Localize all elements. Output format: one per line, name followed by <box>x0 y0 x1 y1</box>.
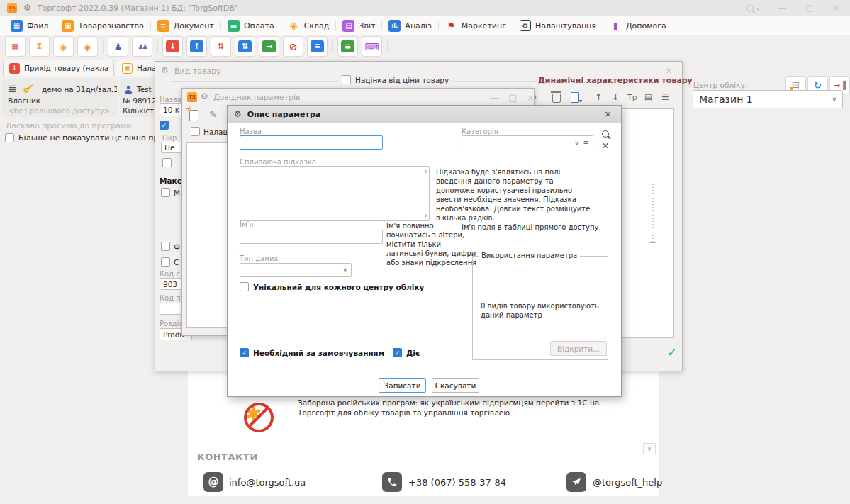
user-card: Test № 98912 Кількіст <box>120 78 155 117</box>
clear-icon[interactable]: × <box>601 140 610 151</box>
grid-view-icon[interactable]: ▤ <box>644 92 652 102</box>
type-dropdown[interactable]: ∨ <box>240 263 352 277</box>
stock-button[interactable]: ◈ <box>53 36 74 57</box>
f-checkbox[interactable] <box>161 242 170 251</box>
report-doc-button[interactable]: ≡ <box>337 36 358 57</box>
menu-analysis[interactable]: ıl.Аналіз <box>384 20 436 32</box>
left-checkbox[interactable]: ✓ <box>160 121 169 130</box>
scroll-down-button[interactable]: ∨ <box>643 443 656 454</box>
list-view-icon[interactable]: ☰ <box>661 92 669 102</box>
stock-analysis-button[interactable]: ◈ <box>77 36 98 57</box>
unique-checkbox[interactable] <box>240 282 249 291</box>
text-format-icon[interactable]: Tp <box>627 93 637 102</box>
menu-goods[interactable]: ▣Товарознавство <box>57 20 148 32</box>
markup-checkbox[interactable] <box>342 75 351 84</box>
outcome-button[interactable]: ↑ <box>186 36 207 57</box>
category-dropdown[interactable]: ∨ ≣ <box>462 135 593 150</box>
minimize-icon[interactable]: — <box>490 92 499 103</box>
contact-phone[interactable]: +38 (067) 558-37-84 <box>408 477 506 488</box>
menu-settings[interactable]: ⚙Налаштування <box>515 20 601 31</box>
writeoff-button[interactable]: ⊘ <box>283 36 303 57</box>
user-name: Test <box>137 85 152 94</box>
add-icon[interactable] <box>189 110 198 124</box>
minimize-button[interactable]: — <box>778 3 787 13</box>
client-button[interactable]: ♟ <box>108 36 128 57</box>
chevron-down-icon: ∨ <box>574 140 579 147</box>
menu-marketing[interactable]: ⚑Маркетинг <box>440 20 511 32</box>
nazva-input[interactable] <box>240 135 383 150</box>
search-icon[interactable]: ∨ <box>746 3 760 13</box>
panel-button[interactable]: ☰ <box>307 36 328 57</box>
calendar-button[interactable]: ▦ <box>5 36 26 57</box>
panel-icon: ☰ <box>311 40 324 52</box>
required-checkbox-row[interactable]: ✓ Необхідний за замовчуванням <box>240 348 384 357</box>
menu-payment[interactable]: ▬Оплата <box>223 20 279 32</box>
m-checkbox[interactable] <box>161 188 170 197</box>
active-checkbox-row[interactable]: ✓ Діє <box>393 348 420 357</box>
maximize-button[interactable]: □ <box>805 3 813 13</box>
menu-help[interactable]: ▮Допомога <box>605 20 671 32</box>
s-checkbox[interactable] <box>161 257 170 267</box>
sum-button[interactable]: Σ <box>29 36 50 57</box>
close-icon[interactable]: × <box>527 92 535 103</box>
scroll-down-icon[interactable]: ∨ <box>424 213 427 218</box>
movement-button[interactable]: ⇅ <box>235 36 255 57</box>
move-down-icon[interactable]: ↓ <box>612 92 619 102</box>
tooltip-textarea[interactable]: ∧ ∨ <box>240 166 430 221</box>
menu-document[interactable]: ≡Документ <box>152 20 219 32</box>
save-button[interactable]: Записати <box>379 378 426 393</box>
markup-checkbox-row[interactable]: Націнка від ціни товару <box>338 75 452 84</box>
settings-checkbox-row[interactable]: Налашту <box>191 127 228 136</box>
cb-row[interactable]: Ф <box>161 242 180 251</box>
search-icon[interactable] <box>602 126 609 140</box>
active-checkbox[interactable]: ✓ <box>393 348 402 357</box>
cancel-button[interactable]: Скасувати <box>432 378 479 393</box>
copy-icon[interactable]: ▾ <box>571 92 582 106</box>
contact-telegram[interactable]: @torgsoft_help <box>593 477 662 488</box>
account-center-select[interactable]: Магазин 1 ∨ <box>693 90 843 108</box>
welcome-checkbox-row[interactable]: Більше не показувати це вікно при вході … <box>5 133 155 142</box>
database-icon: ≣ <box>8 82 17 95</box>
news-image[interactable]: ✱ <box>225 398 293 437</box>
main-toolbar: ▦ Σ ◈ ◈ ♟ ♟♟ ↓ ↑ ⇅ ⇅ → ⊘ ☰ ≡ ⌨ <box>0 35 850 57</box>
open-button[interactable]: Відкрити... <box>550 341 607 356</box>
field-label: Код с <box>160 270 180 278</box>
menu-report[interactable]: ▤Звіт <box>337 20 380 32</box>
close-icon[interactable]: × <box>604 108 612 119</box>
transfer-button[interactable]: → <box>259 36 279 57</box>
cash-register-button[interactable]: ⌨ <box>362 36 382 57</box>
code-input[interactable] <box>160 278 184 290</box>
unique-checkbox-row[interactable]: Унікальний для кожного центру обліку <box>240 282 424 291</box>
left-checkbox2[interactable] <box>162 158 172 167</box>
news-text[interactable]: Заборона російських програм: як українсь… <box>298 398 632 418</box>
dont-show-checkbox[interactable] <box>5 133 14 142</box>
nalashtuvannya-checkbox[interactable] <box>191 127 200 136</box>
cb-row[interactable]: С <box>161 257 179 267</box>
vertical-slider[interactable] <box>649 184 656 243</box>
user-number: № 98912 <box>123 96 155 105</box>
name-input[interactable] <box>240 230 383 244</box>
staff-button[interactable]: ♟♟ <box>132 36 152 57</box>
edit-icon[interactable]: ✎ <box>209 109 217 120</box>
maximize-icon[interactable]: □ <box>508 92 517 103</box>
tooltip-hint: Підказка буде з'являтись на полі введенн… <box>436 167 593 223</box>
contact-email[interactable]: info@torgsoft.ua <box>229 477 306 488</box>
okr-input[interactable] <box>161 142 182 153</box>
menu-file[interactable]: ▦Файл <box>6 20 53 32</box>
tab-goods-income[interactable]: ↓ Прихід товару (накладн... <box>3 60 114 76</box>
stock-icon: ◈ <box>57 40 70 52</box>
income-button[interactable]: ↓ <box>162 36 183 57</box>
close-button[interactable]: × <box>832 2 840 13</box>
cb-row[interactable]: М <box>161 188 180 197</box>
confirm-check-icon[interactable]: ✓ <box>667 345 677 359</box>
delete-icon[interactable] <box>552 91 561 106</box>
report-doc-icon: ≡ <box>341 40 354 52</box>
app-window: TS ⚙ Торгсофт 2022.0.39 (Магазин 1) БД: … <box>0 0 850 504</box>
revaluation-button[interactable]: ⇅ <box>211 36 231 57</box>
income-icon: ↓ <box>166 40 179 52</box>
scroll-up-icon[interactable]: ∧ <box>424 169 427 174</box>
move-up-icon[interactable]: ↑ <box>595 92 602 102</box>
close-icon[interactable]: × <box>665 65 673 76</box>
required-checkbox[interactable]: ✓ <box>240 348 249 357</box>
menu-warehouse[interactable]: ◈Склад <box>283 20 335 32</box>
